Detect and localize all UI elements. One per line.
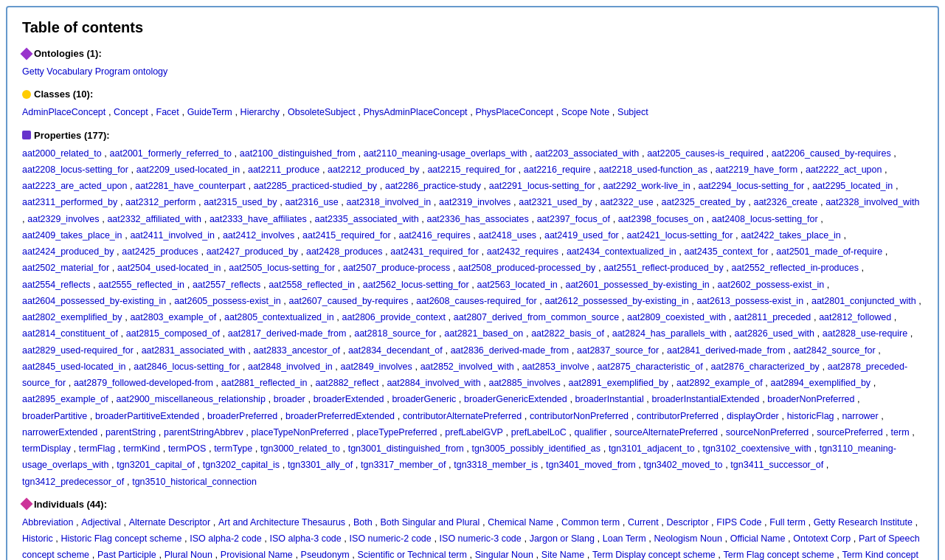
property-link[interactable]: broaderPreferred — [207, 411, 277, 421]
property-link[interactable]: aat2286_practice-study — [385, 181, 481, 191]
property-link[interactable]: aat2319_involves — [439, 197, 510, 207]
property-link[interactable]: aat2891_exemplified_by — [569, 378, 669, 388]
property-link[interactable]: aat2817_derived-made_from — [228, 328, 347, 339]
property-link[interactable]: broader — [274, 394, 305, 404]
property-link[interactable]: aat2285_practiced-studied_by — [254, 181, 377, 191]
property-link[interactable]: aat2411_involved_in — [130, 230, 215, 241]
property-link[interactable]: aat2431_required_for — [390, 246, 479, 257]
property-link[interactable]: tgn3402_moved_to — [643, 460, 722, 470]
class-link[interactable]: ObsoleteSubject — [288, 107, 356, 117]
property-link[interactable]: aat2318_involved_in — [347, 197, 432, 207]
class-link[interactable]: PhysAdminPlaceConcept — [364, 107, 468, 117]
property-link[interactable]: tgn3000_related_to — [260, 443, 340, 454]
property-link[interactable]: tgn3102_coextensive_with — [703, 443, 811, 454]
property-link[interactable]: aat2335_associated_with — [315, 214, 419, 224]
property-link[interactable]: tgn3510_historical_connection — [132, 477, 257, 487]
property-link[interactable]: aat2424_produced_by — [22, 246, 114, 257]
class-link[interactable]: Subject — [617, 107, 648, 117]
property-link[interactable]: aat2504_used-located_in — [117, 263, 221, 273]
property-link[interactable]: aat2613_possess-exist_in — [697, 296, 804, 306]
property-link[interactable]: aat2806_provide_context — [342, 312, 446, 322]
property-link[interactable]: aat2842_source_for — [793, 345, 875, 356]
individual-link[interactable]: Current — [628, 517, 659, 528]
property-link[interactable]: aat2812_followed — [819, 312, 891, 322]
class-link[interactable]: Hierarchy — [240, 107, 280, 117]
property-link[interactable]: aat2332_affiliated_with — [107, 214, 201, 224]
property-link[interactable]: aat2218_used-function_as — [599, 165, 707, 175]
property-link[interactable]: aat2001_formerly_referred_to — [110, 148, 232, 159]
property-link[interactable]: termPOS — [168, 443, 206, 454]
property-link[interactable]: contributorNonPreferred — [530, 411, 629, 421]
property-link[interactable]: aat2807_derived_from_common_source — [454, 312, 619, 322]
individual-link[interactable]: Art and Architecture Thesaurus — [218, 517, 345, 528]
property-link[interactable]: aat2809_coexisted_with — [627, 312, 726, 322]
property-link[interactable]: aat2821_based_on — [444, 328, 523, 339]
property-link[interactable]: broaderPartitive — [22, 411, 87, 421]
class-link[interactable]: Facet — [156, 107, 179, 117]
property-link[interactable]: aat2291_locus-setting_for — [489, 181, 595, 191]
property-link[interactable]: aat2281_have_counterpart — [135, 181, 245, 191]
property-link[interactable]: aat2294_locus-setting_for — [698, 181, 804, 191]
property-link[interactable]: aat2801_conjuncted_with — [811, 296, 916, 306]
property-link[interactable]: aat2876_characterized_by — [711, 362, 820, 372]
property-link[interactable]: aat2563_located_in — [477, 280, 557, 290]
property-link[interactable]: aat2601_possessed_by-existing_in — [565, 280, 709, 290]
property-link[interactable]: termType — [214, 443, 252, 454]
property-link[interactable]: aat2219_have_form — [716, 165, 797, 175]
property-link[interactable]: aat2398_focuses_on — [618, 214, 704, 224]
property-link[interactable]: aat2312_perform — [125, 197, 195, 207]
property-link[interactable]: narrower — [842, 411, 878, 421]
property-link[interactable]: aat2425_produces — [122, 246, 198, 257]
individual-link[interactable]: Provisional Name — [221, 550, 293, 560]
property-link[interactable]: aat2223_are_acted_upon — [22, 181, 128, 191]
individual-link[interactable]: Official Name — [730, 533, 786, 544]
property-link[interactable]: aat2206_caused_by-requires — [772, 148, 891, 159]
property-link[interactable]: aat2326_create — [753, 197, 817, 207]
property-link[interactable]: aat2208_locus-setting_for — [22, 165, 128, 175]
property-link[interactable]: termDisplay — [22, 443, 71, 454]
property-link[interactable]: aat2824_has_parallels_with — [612, 328, 727, 339]
property-link[interactable]: aat2848_involved_in — [248, 362, 333, 372]
class-link[interactable]: Concept — [114, 107, 148, 117]
property-link[interactable]: aat2602_possess-exist_in — [718, 280, 825, 290]
property-link[interactable]: tgn3202_capital_is — [203, 460, 280, 470]
ontology-link[interactable]: Getty Vocabulary Program ontology — [22, 66, 167, 77]
property-link[interactable]: tgn3317_member_of — [361, 460, 446, 470]
property-link[interactable]: aat2432_requires — [487, 246, 558, 257]
property-link[interactable]: aat2502_material_for — [22, 263, 109, 273]
property-link[interactable]: aat2551_reflect-produced_by — [603, 263, 724, 273]
individual-link[interactable]: Plural Noun — [165, 550, 212, 560]
property-link[interactable]: aat2829_used-required_for — [22, 345, 134, 356]
individual-link[interactable]: Alternate Descriptor — [129, 517, 210, 528]
property-link[interactable]: aat2333_have_affiliates — [210, 214, 307, 224]
property-link[interactable]: placeTypePreferred — [356, 427, 437, 438]
property-link[interactable]: aat2554_reflects — [22, 280, 90, 290]
property-link[interactable]: aat2415_required_for — [302, 230, 391, 241]
individual-link[interactable]: Loan Term — [603, 533, 646, 544]
individual-link[interactable]: Abbreviation — [22, 517, 74, 528]
property-link[interactable]: aat2552_reflected_in-produces — [732, 263, 859, 273]
property-link[interactable]: aat2508_produced-processed_by — [458, 263, 595, 273]
property-link[interactable]: aat2419_used_for — [544, 230, 619, 241]
individual-link[interactable]: FIPS Code — [716, 517, 761, 528]
property-link[interactable]: aat2894_exemplified_by — [771, 378, 871, 388]
individual-link[interactable]: Adjectival — [81, 517, 121, 528]
individual-link[interactable]: Both Singular and Plural — [381, 517, 480, 528]
property-link[interactable]: narrowerExtended — [22, 427, 97, 438]
property-link[interactable]: parentStringAbbrev — [164, 427, 243, 438]
property-link[interactable]: termFlag — [79, 443, 115, 454]
property-link[interactable]: aat2329_involves — [27, 214, 99, 224]
property-link[interactable]: qualifier — [575, 427, 607, 438]
property-link[interactable]: tgn3201_capital_of — [117, 460, 195, 470]
property-link[interactable]: aat2212_produced_by — [328, 165, 419, 175]
property-link[interactable]: aat2216_require — [524, 165, 591, 175]
individual-link[interactable]: Singular Noun — [475, 550, 533, 560]
property-link[interactable]: aat2836_derived-made_from — [451, 345, 570, 356]
property-link[interactable]: tgn3301_ally_of — [288, 460, 353, 470]
property-link[interactable]: aat2311_performed_by — [22, 197, 117, 207]
property-link[interactable]: aat2834_decendant_of — [348, 345, 443, 356]
property-link[interactable]: aat2000_related_to — [22, 148, 102, 159]
property-link[interactable]: aat2802_exemplified_by — [22, 312, 122, 322]
property-link[interactable]: historicFlag — [787, 411, 834, 421]
property-link[interactable]: aat2811_preceded — [734, 312, 811, 322]
